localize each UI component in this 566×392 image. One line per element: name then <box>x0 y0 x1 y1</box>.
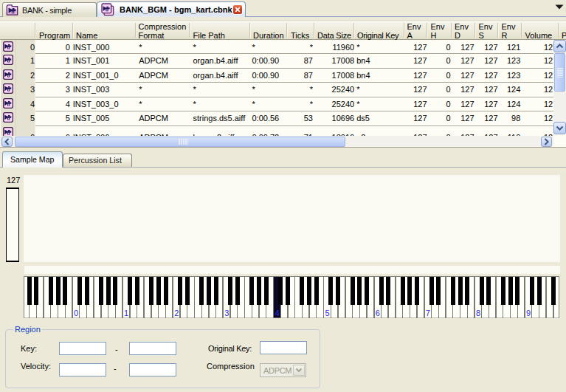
svg-text:5: 5 <box>325 308 330 317</box>
svg-text:7: 7 <box>426 308 430 317</box>
svg-text:8: 8 <box>476 308 480 317</box>
svg-text:0: 0 <box>74 308 78 317</box>
svg-text:4: 4 <box>275 308 279 317</box>
svg-text:9: 9 <box>526 308 531 317</box>
svg-text:6: 6 <box>376 308 380 317</box>
svg-text:2: 2 <box>174 308 179 317</box>
svg-text:1: 1 <box>124 308 128 317</box>
svg-text:3: 3 <box>224 308 229 317</box>
